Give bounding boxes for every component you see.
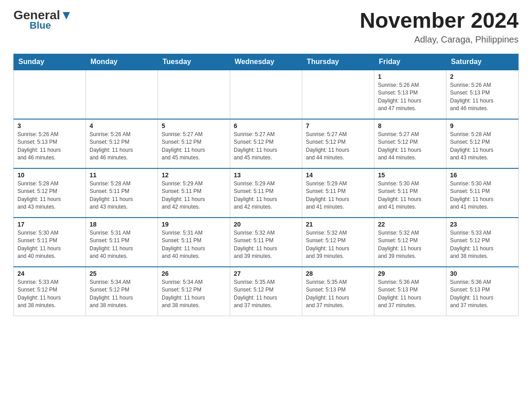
day-number: 7: [306, 122, 370, 129]
table-row: 20Sunrise: 5:32 AM Sunset: 5:11 PM Dayli…: [230, 218, 302, 267]
table-row: 14Sunrise: 5:29 AM Sunset: 5:11 PM Dayli…: [302, 168, 374, 218]
table-row: 16Sunrise: 5:30 AM Sunset: 5:11 PM Dayli…: [446, 168, 519, 218]
day-number: 5: [162, 122, 226, 129]
col-saturday: Saturday: [446, 54, 519, 70]
col-monday: Monday: [86, 54, 158, 70]
calendar-week-row: 10Sunrise: 5:28 AM Sunset: 5:12 PM Dayli…: [14, 168, 519, 218]
day-info: Sunrise: 5:35 AM Sunset: 5:13 PM Dayligh…: [306, 278, 370, 310]
day-number: 2: [450, 73, 515, 80]
col-sunday: Sunday: [14, 54, 86, 70]
table-row: [302, 70, 374, 119]
day-number: 11: [90, 171, 154, 179]
day-number: 4: [90, 122, 154, 129]
day-number: 26: [162, 270, 226, 277]
day-info: Sunrise: 5:27 AM Sunset: 5:12 PM Dayligh…: [306, 131, 370, 162]
day-number: 27: [234, 270, 298, 277]
day-number: 20: [234, 221, 298, 228]
table-row: 30Sunrise: 5:36 AM Sunset: 5:13 PM Dayli…: [446, 267, 519, 316]
day-info: Sunrise: 5:36 AM Sunset: 5:13 PM Dayligh…: [378, 278, 442, 310]
calendar-header-row: Sunday Monday Tuesday Wednesday Thursday…: [14, 54, 519, 70]
table-row: 3Sunrise: 5:26 AM Sunset: 5:13 PM Daylig…: [14, 119, 86, 168]
table-row: 19Sunrise: 5:31 AM Sunset: 5:11 PM Dayli…: [158, 218, 230, 267]
day-number: 19: [162, 221, 226, 228]
table-row: [86, 70, 158, 119]
day-number: 8: [378, 122, 442, 129]
day-info: Sunrise: 5:31 AM Sunset: 5:11 PM Dayligh…: [162, 229, 226, 261]
day-number: 21: [306, 221, 370, 228]
table-row: 27Sunrise: 5:35 AM Sunset: 5:12 PM Dayli…: [230, 267, 302, 316]
day-number: 18: [90, 221, 154, 228]
table-row: 10Sunrise: 5:28 AM Sunset: 5:12 PM Dayli…: [14, 168, 86, 218]
day-number: 13: [234, 171, 298, 179]
day-number: 14: [306, 171, 370, 179]
logo: General▼ Blue: [13, 9, 73, 31]
table-row: 22Sunrise: 5:32 AM Sunset: 5:12 PM Dayli…: [374, 218, 446, 267]
logo-blue-text: Blue: [30, 20, 51, 31]
page-header: General▼ Blue November 2024 Adlay, Carag…: [13, 9, 519, 45]
day-info: Sunrise: 5:26 AM Sunset: 5:13 PM Dayligh…: [17, 131, 82, 162]
calendar-table: Sunday Monday Tuesday Wednesday Thursday…: [13, 54, 519, 317]
calendar-week-row: 24Sunrise: 5:33 AM Sunset: 5:12 PM Dayli…: [14, 267, 519, 316]
table-row: 17Sunrise: 5:30 AM Sunset: 5:11 PM Dayli…: [14, 218, 86, 267]
day-info: Sunrise: 5:27 AM Sunset: 5:12 PM Dayligh…: [378, 131, 442, 162]
day-info: Sunrise: 5:33 AM Sunset: 5:12 PM Dayligh…: [17, 278, 82, 310]
table-row: 18Sunrise: 5:31 AM Sunset: 5:11 PM Dayli…: [86, 218, 158, 267]
day-info: Sunrise: 5:26 AM Sunset: 5:13 PM Dayligh…: [378, 81, 442, 113]
day-info: Sunrise: 5:29 AM Sunset: 5:11 PM Dayligh…: [162, 180, 226, 211]
table-row: 23Sunrise: 5:33 AM Sunset: 5:12 PM Dayli…: [446, 218, 519, 267]
calendar-week-row: 1Sunrise: 5:26 AM Sunset: 5:13 PM Daylig…: [14, 70, 519, 119]
day-info: Sunrise: 5:28 AM Sunset: 5:12 PM Dayligh…: [450, 131, 515, 162]
table-row: 28Sunrise: 5:35 AM Sunset: 5:13 PM Dayli…: [302, 267, 374, 316]
day-info: Sunrise: 5:27 AM Sunset: 5:12 PM Dayligh…: [162, 131, 226, 162]
day-number: 3: [17, 122, 82, 129]
title-area: November 2024 Adlay, Caraga, Philippines: [360, 9, 519, 45]
day-info: Sunrise: 5:28 AM Sunset: 5:12 PM Dayligh…: [17, 180, 82, 211]
table-row: 24Sunrise: 5:33 AM Sunset: 5:12 PM Dayli…: [14, 267, 86, 316]
day-number: 23: [450, 221, 515, 228]
location-subtitle: Adlay, Caraga, Philippines: [360, 34, 519, 45]
day-info: Sunrise: 5:28 AM Sunset: 5:11 PM Dayligh…: [90, 180, 154, 211]
day-info: Sunrise: 5:34 AM Sunset: 5:12 PM Dayligh…: [162, 278, 226, 310]
day-info: Sunrise: 5:26 AM Sunset: 5:13 PM Dayligh…: [450, 81, 515, 113]
day-info: Sunrise: 5:26 AM Sunset: 5:12 PM Dayligh…: [90, 131, 154, 162]
logo-triangle-icon: ▼: [60, 8, 73, 22]
col-friday: Friday: [374, 54, 446, 70]
day-number: 25: [90, 270, 154, 277]
day-info: Sunrise: 5:30 AM Sunset: 5:11 PM Dayligh…: [17, 229, 82, 261]
day-number: 6: [234, 122, 298, 129]
day-number: 22: [378, 221, 442, 228]
day-number: 29: [378, 270, 442, 277]
day-info: Sunrise: 5:29 AM Sunset: 5:11 PM Dayligh…: [306, 180, 370, 211]
table-row: 25Sunrise: 5:34 AM Sunset: 5:12 PM Dayli…: [86, 267, 158, 316]
day-number: 15: [378, 171, 442, 179]
table-row: 7Sunrise: 5:27 AM Sunset: 5:12 PM Daylig…: [302, 119, 374, 168]
table-row: 2Sunrise: 5:26 AM Sunset: 5:13 PM Daylig…: [446, 70, 519, 119]
table-row: 8Sunrise: 5:27 AM Sunset: 5:12 PM Daylig…: [374, 119, 446, 168]
table-row: 4Sunrise: 5:26 AM Sunset: 5:12 PM Daylig…: [86, 119, 158, 168]
table-row: 1Sunrise: 5:26 AM Sunset: 5:13 PM Daylig…: [374, 70, 446, 119]
day-number: 9: [450, 122, 515, 129]
day-info: Sunrise: 5:35 AM Sunset: 5:12 PM Dayligh…: [234, 278, 298, 310]
day-number: 10: [17, 171, 82, 179]
table-row: 26Sunrise: 5:34 AM Sunset: 5:12 PM Dayli…: [158, 267, 230, 316]
day-number: 16: [450, 171, 515, 179]
day-number: 12: [162, 171, 226, 179]
day-number: 17: [17, 221, 82, 228]
table-row: 15Sunrise: 5:30 AM Sunset: 5:11 PM Dayli…: [374, 168, 446, 218]
day-info: Sunrise: 5:31 AM Sunset: 5:11 PM Dayligh…: [90, 229, 154, 261]
col-thursday: Thursday: [302, 54, 374, 70]
table-row: 6Sunrise: 5:27 AM Sunset: 5:12 PM Daylig…: [230, 119, 302, 168]
day-info: Sunrise: 5:33 AM Sunset: 5:12 PM Dayligh…: [450, 229, 515, 261]
table-row: [14, 70, 86, 119]
day-info: Sunrise: 5:32 AM Sunset: 5:12 PM Dayligh…: [306, 229, 370, 261]
table-row: 12Sunrise: 5:29 AM Sunset: 5:11 PM Dayli…: [158, 168, 230, 218]
table-row: 9Sunrise: 5:28 AM Sunset: 5:12 PM Daylig…: [446, 119, 519, 168]
day-number: 28: [306, 270, 370, 277]
table-row: 29Sunrise: 5:36 AM Sunset: 5:13 PM Dayli…: [374, 267, 446, 316]
day-number: 1: [378, 73, 442, 80]
table-row: 11Sunrise: 5:28 AM Sunset: 5:11 PM Dayli…: [86, 168, 158, 218]
table-row: 13Sunrise: 5:29 AM Sunset: 5:11 PM Dayli…: [230, 168, 302, 218]
day-info: Sunrise: 5:36 AM Sunset: 5:13 PM Dayligh…: [450, 278, 515, 310]
col-wednesday: Wednesday: [230, 54, 302, 70]
table-row: 21Sunrise: 5:32 AM Sunset: 5:12 PM Dayli…: [302, 218, 374, 267]
